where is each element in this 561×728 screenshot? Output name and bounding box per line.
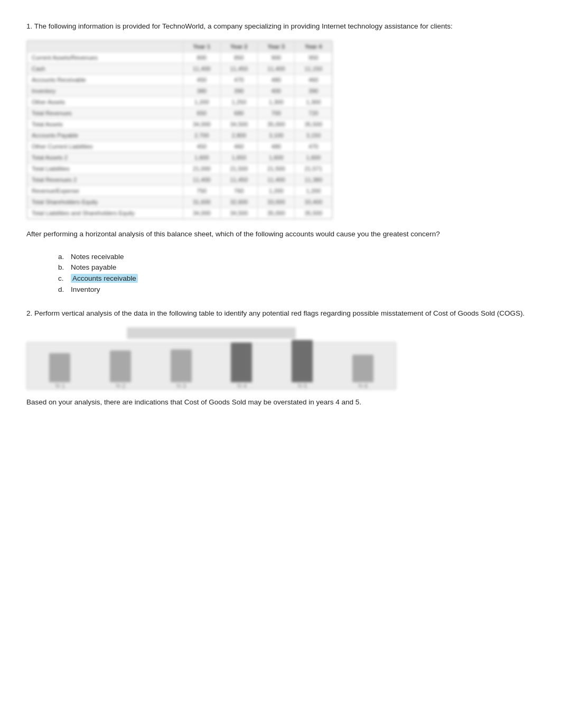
conclusion-text: Based on your analysis, there are indica…: [26, 397, 535, 408]
row-value: 450: [183, 141, 220, 152]
row-value: 700: [258, 108, 295, 119]
row-value: 11,400: [258, 63, 295, 75]
col-header-year2: Year 2: [220, 41, 257, 52]
row-value: 11,150: [295, 63, 332, 75]
table-row: Cash11,40011,45011,40011,150: [27, 63, 332, 75]
row-value: 760: [220, 186, 257, 197]
chart-bar: [292, 340, 313, 382]
chart-bar: [49, 353, 70, 382]
answer-letter: a.: [58, 253, 67, 261]
row-value: 950: [295, 52, 332, 63]
table-row: Other Current Liabilities450460480470: [27, 141, 332, 152]
row-label: Total Shareholders Equity: [27, 197, 183, 208]
row-value: 470: [220, 75, 257, 86]
row-value: 2,700: [183, 130, 220, 141]
row-value: 34,500: [220, 119, 257, 130]
row-label: Accounts Receivable: [27, 75, 183, 86]
chart-bar-group: Yr 1: [49, 353, 70, 389]
row-value: 11,400: [258, 174, 295, 186]
row-value: 470: [295, 141, 332, 152]
list-item: a.Notes receivable: [58, 253, 535, 261]
row-value: 650: [183, 108, 220, 119]
row-value: 35,000: [258, 208, 295, 219]
row-label: Total Assets: [27, 119, 183, 130]
answer-text: Inventory: [71, 285, 100, 293]
row-value: 1,200: [295, 186, 332, 197]
row-label: Cash: [27, 63, 183, 75]
table-row: Accounts Payable2,7002,8003,1003,150: [27, 130, 332, 141]
chart-bar: [231, 343, 252, 382]
chart-bar-group: Yr 6: [352, 355, 373, 389]
row-value: 680: [220, 108, 257, 119]
row-value: 1,300: [258, 97, 295, 108]
row-value: 32,600: [220, 197, 257, 208]
row-value: 3,100: [258, 130, 295, 141]
table-row: Total Shareholders Equity31,60032,60033,…: [27, 197, 332, 208]
answer-section: a.Notes receivableb.Notes payablec.Accou…: [26, 253, 535, 293]
row-value: 390: [220, 86, 257, 97]
table-row: Current Assets/Revenues800850900950: [27, 52, 332, 63]
row-value: 35,500: [295, 119, 332, 130]
row-label: Inventory: [27, 86, 183, 97]
row-value: 1,300: [295, 97, 332, 108]
chart-bar: [171, 349, 192, 382]
table-row: Total Assets 21,6001,6501,6001,600: [27, 152, 332, 163]
row-value: 34,000: [183, 119, 220, 130]
row-value: 480: [258, 75, 295, 86]
chart-bar-label: Yr 3: [176, 383, 185, 389]
row-value: 33,400: [295, 197, 332, 208]
row-value: 1,250: [220, 97, 257, 108]
table-row: Total Revenues 211,40011,45011,40011,380: [27, 174, 332, 186]
table-row: Inventory380390400390: [27, 86, 332, 97]
list-item: c.Accounts receivable: [58, 274, 535, 283]
list-item: d.Inventory: [58, 285, 535, 293]
row-value: 750: [183, 186, 220, 197]
row-value: 850: [220, 52, 257, 63]
answer-text: Accounts receivable: [71, 274, 138, 283]
row-label: Total Liabilities: [27, 163, 183, 174]
answer-text: Notes payable: [71, 263, 116, 271]
list-item: b.Notes payable: [58, 263, 535, 271]
chart-bar-label: Yr 4: [237, 383, 246, 389]
row-value: 11,400: [183, 174, 220, 186]
row-value: 35,500: [295, 208, 332, 219]
row-value: 11,400: [183, 63, 220, 75]
row-value: 3,150: [295, 130, 332, 141]
row-value: 720: [295, 108, 332, 119]
row-label: Total Revenues 2: [27, 174, 183, 186]
row-value: 380: [183, 86, 220, 97]
chart-title-bar: [127, 327, 296, 339]
row-value: 11,380: [295, 174, 332, 186]
answer-letter: b.: [58, 263, 67, 271]
question2-chart: Yr 1Yr 2Yr 3Yr 4Yr 5Yr 6: [26, 327, 396, 390]
answer-letter: d.: [58, 285, 67, 293]
chart-bar-label: Yr 5: [297, 383, 307, 389]
row-value: 390: [295, 86, 332, 97]
row-value: 480: [258, 141, 295, 152]
question1-analysis-text: After performing a horizontal analysis o…: [26, 229, 535, 239]
row-label: Total Assets 2: [27, 152, 183, 163]
chart-bar-group: Yr 4: [231, 343, 252, 389]
chart-bar-group: Yr 5: [292, 340, 313, 389]
col-header-year1: Year 1: [183, 41, 220, 52]
row-value: 21,000: [183, 163, 220, 174]
row-label: Total Revenues: [27, 108, 183, 119]
row-value: 21,500: [220, 163, 257, 174]
question2-text: 2. Perform vertical analysis of the data…: [26, 308, 535, 319]
row-value: 21,571: [295, 163, 332, 174]
chart-bar-group: Yr 2: [110, 351, 131, 389]
chart-area: Yr 1Yr 2Yr 3Yr 4Yr 5Yr 6: [26, 342, 396, 390]
table-row: Total Liabilities21,00021,50021,50021,57…: [27, 163, 332, 174]
row-value: 900: [258, 52, 295, 63]
chart-bar-group: Yr 3: [171, 349, 192, 389]
question2-section: 2. Perform vertical analysis of the data…: [26, 308, 535, 408]
row-label: Accounts Payable: [27, 130, 183, 141]
row-label: Current Assets/Revenues: [27, 52, 183, 63]
chart-bar: [352, 355, 373, 382]
row-value: 33,000: [258, 197, 295, 208]
answer-letter: c.: [58, 274, 67, 282]
table-row: Total Revenues650680700720: [27, 108, 332, 119]
col-header-label: [27, 41, 183, 52]
chart-bar: [110, 351, 131, 382]
table-row: Accounts Receivable450470480460: [27, 75, 332, 86]
